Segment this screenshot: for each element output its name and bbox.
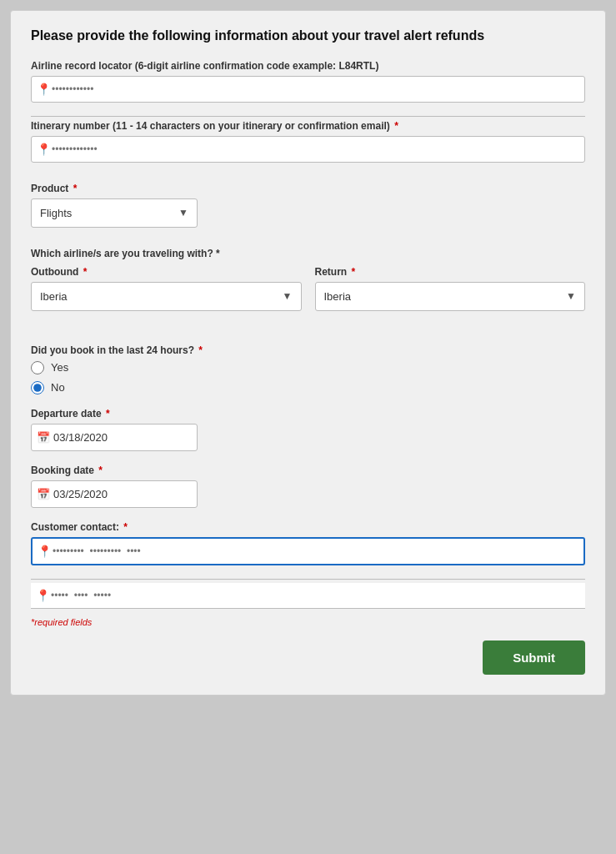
airline-question-label: Which airline/s are you traveling with? … — [31, 248, 585, 259]
pin-icon-2: 📍 — [32, 143, 48, 156]
booking-date-label: Booking date * — [31, 465, 585, 476]
departure-date-label: Departure date * — [31, 408, 585, 419]
product-required: * — [70, 183, 77, 194]
calendar-icon-2: 📅 — [32, 488, 50, 500]
booked-24-label: Did you book in the last 24 hours? * — [31, 344, 585, 356]
airline-selects-row: Outbound * Iberia American Airlines Delt… — [31, 266, 585, 324]
radio-no-label: No — [51, 381, 65, 394]
product-field: Product * Flights Hotels Car Rental Pack… — [31, 183, 585, 228]
calendar-icon-1: 📅 — [32, 431, 50, 444]
customer-contact-2-input[interactable] — [48, 583, 585, 608]
outbound-select-wrapper: Iberia American Airlines Delta United Ot… — [31, 282, 302, 311]
departure-date-field: Departure date * 📅 — [31, 408, 585, 451]
itinerary-field: Itinerary number (11 - 14 characters on … — [31, 120, 585, 163]
radio-no-item[interactable]: No — [31, 381, 585, 394]
pin-icon-1: 📍 — [32, 83, 48, 96]
customer-contact-2-wrapper: 📍 — [31, 583, 585, 609]
customer-contact-1-input[interactable] — [49, 539, 583, 564]
return-select[interactable]: Iberia American Airlines Delta United Ot… — [316, 283, 585, 310]
return-select-wrapper: Iberia American Airlines Delta United Ot… — [315, 282, 586, 311]
itinerary-label: Itinerary number (11 - 14 characters on … — [31, 120, 585, 132]
itinerary-required: * — [392, 120, 398, 132]
itinerary-input-wrapper: 📍 — [31, 136, 585, 163]
radio-yes-label: Yes — [51, 361, 68, 374]
airline-record-input-wrapper: 📍 — [31, 76, 585, 103]
outbound-label: Outbound * — [31, 266, 302, 278]
return-field: Return * Iberia American Airlines Delta … — [315, 266, 586, 311]
radio-no[interactable] — [31, 381, 44, 394]
outbound-select[interactable]: Iberia American Airlines Delta United Ot… — [32, 283, 301, 310]
itinerary-input[interactable] — [48, 137, 584, 162]
radio-yes[interactable] — [31, 361, 44, 374]
airline-record-input[interactable] — [48, 77, 584, 102]
required-note: *required fields — [31, 617, 585, 627]
booking-date-field: Booking date * 📅 — [31, 465, 585, 508]
submit-row: Submit — [31, 640, 585, 675]
pin-icon-4: 📍 — [31, 589, 48, 602]
airline-record-field: Airline record locator (6-digit airline … — [31, 60, 585, 103]
departure-date-input[interactable] — [50, 424, 197, 450]
form-card: Please provide the following information… — [10, 10, 606, 696]
return-label: Return * — [315, 266, 586, 278]
divider-2 — [31, 579, 585, 580]
product-select[interactable]: Flights Hotels Car Rental Packages — [32, 199, 197, 227]
customer-contact-label: Customer contact: * — [31, 521, 585, 533]
airline-record-label: Airline record locator (6-digit airline … — [31, 60, 585, 72]
pin-icon-3: 📍 — [33, 545, 49, 558]
outbound-field: Outbound * Iberia American Airlines Delt… — [31, 266, 302, 311]
customer-contact-field: Customer contact: * 📍 — [31, 521, 585, 565]
product-label: Product * — [31, 183, 585, 194]
booking-date-wrapper: 📅 — [31, 480, 198, 508]
page-title: Please provide the following information… — [31, 28, 585, 45]
booked-24-field: Did you book in the last 24 hours? * Yes… — [31, 344, 585, 394]
product-select-wrapper: Flights Hotels Car Rental Packages ▼ — [31, 198, 198, 228]
departure-date-wrapper: 📅 — [31, 424, 198, 451]
divider-1 — [31, 116, 585, 117]
customer-contact-1-wrapper: 📍 — [31, 537, 585, 565]
radio-yes-item[interactable]: Yes — [31, 361, 585, 374]
airline-question-group: Which airline/s are you traveling with? … — [31, 248, 585, 324]
booking-date-input[interactable] — [50, 481, 197, 507]
booked-24-radio-group: Yes No — [31, 361, 585, 394]
submit-button[interactable]: Submit — [483, 640, 585, 675]
